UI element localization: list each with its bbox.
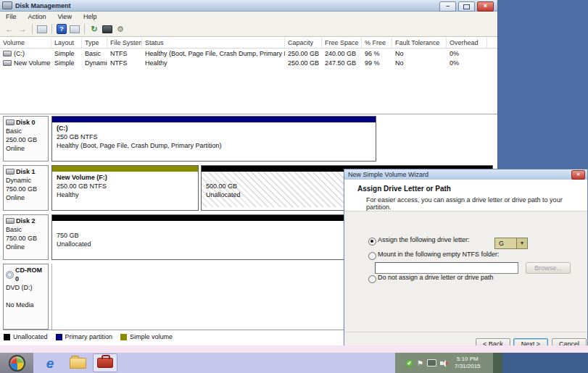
legend-item-unallocated: Unallocated [4, 333, 48, 340]
taskbar-clock[interactable]: 5:10 PM 7/31/2015 [455, 356, 481, 370]
legend-swatch-unallocated [4, 334, 10, 340]
column-header-capacity[interactable]: Capacity [285, 38, 322, 48]
restore-button[interactable] [458, 1, 475, 12]
table-row[interactable]: (C:) Simple Basic NTFS Healthy (Boot, Pa… [0, 49, 497, 58]
volume-status: Healthy (Boot, Page File, Crash Dump, Pr… [142, 50, 285, 57]
volume-table-header: Volume Layout Type File System Status Ca… [0, 38, 497, 49]
table-row[interactable]: New Volume (F:) Simple Dynamic NTFS Heal… [0, 58, 497, 67]
volume-free-space: 240.00 GB [322, 50, 362, 57]
volume-name: New Volume (F:) [14, 59, 51, 67]
menu-action[interactable]: Action [22, 13, 52, 20]
windows-start-icon [9, 355, 25, 372]
volume-capacity: 250.00 GB [285, 50, 322, 57]
radio-none-label[interactable]: Do not assign a drive letter or drive pa… [378, 274, 559, 282]
legend-swatch-simple [120, 334, 127, 340]
partition-c[interactable]: (C:) 250 GB NTFS Healthy (Boot, Page Fil… [51, 116, 376, 162]
partition-detail: 250.00 GB NTFS [57, 182, 194, 190]
disk-size: 250.00 GB [6, 135, 46, 144]
wizard-title: New Simple Volume Wizard [348, 171, 428, 178]
menu-help[interactable]: Help [78, 13, 103, 20]
taskbar-item-disk-management[interactable] [93, 353, 117, 372]
volume-status: Healthy [142, 59, 285, 67]
pane-divider[interactable] [0, 114, 497, 114]
help-button[interactable]: ? [55, 23, 68, 35]
wizard-titlebar[interactable]: New Simple Volume Wizard [344, 169, 587, 180]
disk-icon [6, 218, 15, 224]
network-icon[interactable] [427, 359, 436, 366]
column-header-fault-tolerance[interactable]: Fault Tolerance [392, 38, 447, 48]
legend-item-primary-partition: Primary partition [56, 333, 113, 340]
column-header-type[interactable]: Type [82, 38, 107, 48]
volume-fault-tolerance: No [392, 50, 447, 57]
disk-kind: DVD (D:) [6, 283, 46, 292]
volume-icon [3, 60, 12, 66]
column-header-layout[interactable]: Layout [51, 38, 82, 48]
disk-icon [6, 120, 15, 125]
column-header-free-space[interactable]: Free Space [322, 38, 362, 48]
toolbar: ← → ? ↻ ⚙ [0, 22, 497, 37]
back-button[interactable]: ← [3, 23, 16, 35]
flag-icon[interactable]: ⚑ [417, 359, 423, 367]
legend-label: Simple volume [130, 333, 173, 340]
system-tray: ✓ ⚑ × 5:10 PM 7/31/2015 [395, 353, 493, 373]
disk-size: 750.00 GB [6, 185, 46, 193]
chevron-down-icon: ▾ [516, 238, 527, 248]
close-button[interactable]: × [477, 1, 494, 12]
cdrom-label-box[interactable]: CD-ROM 0 DVD (D:) No Media [3, 264, 49, 330]
settings-button[interactable]: ⚙ [114, 23, 127, 35]
window-titlebar[interactable]: Disk Management – × [0, 0, 497, 12]
taskbar-item-internet-explorer[interactable]: e [38, 353, 62, 372]
radio-no-drive-letter[interactable] [368, 275, 376, 283]
radio-mount-label[interactable]: Mount in the following empty NTFS folder… [378, 251, 552, 259]
toolbar-separator [51, 24, 52, 34]
restore-icon [463, 4, 470, 9]
wizard-close-button[interactable]: × [571, 170, 585, 180]
volume-fault-tolerance: No [392, 59, 447, 67]
cd-icon [6, 271, 14, 279]
volume-overhead: 0% [447, 50, 487, 57]
column-header-overhead[interactable]: Overhead [447, 38, 487, 48]
wizard-subheading: For easier access, you can assign a driv… [366, 196, 581, 211]
volume-pct-free: 96 % [362, 50, 392, 57]
properties-button[interactable] [68, 23, 81, 35]
menu-view[interactable]: View [52, 13, 78, 20]
volume-file-system: NTFS [107, 50, 142, 57]
toolbar-separator [84, 24, 85, 34]
volume-layout: Simple [51, 59, 82, 67]
partition-title: (C:) [57, 124, 371, 133]
volume-muted-icon[interactable]: × [440, 359, 449, 367]
start-button[interactable] [0, 353, 33, 373]
menu-file[interactable]: File [0, 13, 22, 20]
refresh-button[interactable]: ↻ [88, 23, 101, 35]
disk-state: Online [6, 193, 46, 202]
cdrom-region-divider [51, 264, 52, 330]
taskbar-right-area [502, 353, 588, 373]
column-header-file-system[interactable]: File System [107, 38, 142, 48]
volume-icon [3, 51, 12, 56]
forward-button[interactable]: → [16, 23, 29, 35]
taskbar-item-file-explorer[interactable] [65, 353, 90, 372]
volume-file-system: NTFS [107, 59, 142, 67]
action-center-check-icon[interactable]: ✓ [405, 359, 413, 367]
disk1-label-box[interactable]: Disk 1 Dynamic 750.00 GB Online [3, 165, 49, 211]
mount-path-input[interactable] [375, 262, 518, 274]
radio-assign-drive-letter[interactable] [368, 238, 376, 246]
partition-f[interactable]: New Volume (F:) 250.00 GB NTFS Healthy [51, 165, 199, 211]
disk-size: 750.00 GB [6, 234, 46, 243]
volume-name: (C:) [14, 50, 25, 57]
minimize-button[interactable]: – [439, 1, 456, 12]
column-header-status[interactable]: Status [142, 38, 285, 48]
volume-type: Basic [82, 50, 107, 57]
disk2-label-box[interactable]: Disk 2 Basic 750.00 GB Online [3, 214, 49, 260]
taskbar: e ✓ ⚑ × 5:10 PM 7/31/2015 [0, 353, 588, 373]
browse-button[interactable]: Browse... [526, 262, 571, 274]
rescan-disks-button[interactable] [101, 23, 114, 35]
radio-mount-ntfs-folder[interactable] [368, 252, 376, 260]
column-header-pct-free[interactable]: % Free [362, 38, 392, 48]
column-header-volume[interactable]: Volume [0, 38, 51, 48]
disk0-label-box[interactable]: Disk 0 Basic 250.00 GB Online [3, 116, 49, 162]
drive-letter-select[interactable]: G ▾ [494, 238, 528, 249]
show-console-tree-button[interactable] [36, 23, 49, 35]
radio-assign-label[interactable]: Assign the following drive letter: [378, 236, 486, 244]
volume-capacity: 250.00 GB [285, 59, 322, 67]
